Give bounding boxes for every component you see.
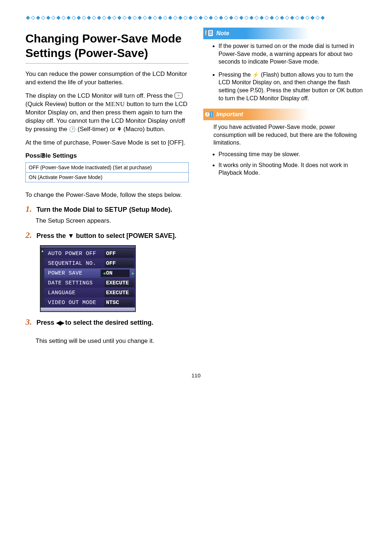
possible-settings-table: OFF (Power-Save Mode Inactivated) (Set a…	[25, 162, 189, 182]
lcd-row: DATE SETTINGS EXECUTE	[44, 278, 135, 288]
down-arrow-icon: ▼	[68, 232, 74, 239]
possible-settings-heading: 7 Possible Settings	[25, 152, 189, 159]
menu-button-label: MENU	[105, 101, 125, 108]
svg-text:!: !	[207, 112, 208, 117]
step-body: This setting will be used until you chan…	[36, 337, 189, 345]
svg-point-11	[211, 116, 212, 117]
section-number: 7	[41, 152, 45, 160]
self-timer-icon: 🕑	[69, 126, 76, 132]
note-icon: !	[204, 29, 214, 38]
important-item: Processing time may be slower.	[219, 150, 363, 158]
step-1: 1. Turn the Mode Dial to SETUP (Setup Mo…	[25, 204, 189, 225]
lcd-row: AUTO POWER OFF OFF	[44, 248, 135, 258]
note-callout: ! Note If the power is turned on or the …	[203, 28, 367, 105]
left-arrow-icon: ◀	[102, 271, 106, 276]
page-number: 110	[25, 372, 367, 378]
right-arrow-icon: ▶	[131, 271, 135, 276]
note-item: If the power is turned on or the mode di…	[219, 42, 363, 66]
left-right-arrow-icon: ◀▶	[56, 320, 64, 326]
lcd-row: SEQUENTIAL NO. OFF	[44, 258, 135, 268]
followup-paragraph: To change the Power-Save Mode, follow th…	[25, 191, 189, 199]
intro-paragraph-3: At the time of purchase, Power-Save Mode…	[25, 139, 189, 147]
step-number: 1.	[25, 204, 35, 214]
page-title: Changing Power-Save Mode Settings (Power…	[25, 31, 189, 60]
setup-mode-label: SETUP	[105, 206, 127, 213]
svg-text:!: !	[205, 30, 207, 35]
intro-paragraph-1: You can reduce the power consumption of …	[25, 70, 189, 87]
svg-point-9	[211, 113, 212, 114]
title-underline	[25, 63, 189, 64]
important-item: It works only in Shooting Mode. It does …	[219, 161, 363, 177]
left-column: Changing Power-Save Mode Settings (Power…	[25, 28, 189, 351]
lcd-row: VIDEO OUT MODE NTSC	[44, 297, 135, 307]
svg-point-10	[211, 114, 212, 115]
important-icon: !	[204, 110, 214, 119]
decorative-diamond-border	[25, 15, 367, 20]
step-title: Press ◀▶ to select the desired setting.	[36, 319, 153, 326]
note-label: Note	[216, 30, 229, 37]
lcd-row-selected: POWER SAVE ◀ON ▶	[44, 268, 135, 278]
note-item: Pressing the ⚡ (Flash) button allows you…	[219, 71, 363, 102]
step-body: The Setup Screen appears.	[36, 217, 189, 225]
settings-row: ON (Activate Power-Save Mode)	[26, 172, 189, 182]
settings-row: OFF (Power-Save Mode Inactivated) (Set a…	[26, 162, 189, 172]
important-lead: If you have activated Power-Save mode, p…	[213, 123, 363, 147]
step-number: 2.	[25, 230, 35, 240]
step-number: 3.	[25, 317, 35, 327]
step-title: Turn the Mode Dial to SETUP (Setup Mode)…	[36, 206, 172, 213]
lcd-setup-screen: ▲ AUTO POWER OFF OFF SEQUENTIAL NO. OFF …	[40, 245, 136, 312]
macro-icon: ⚘	[117, 126, 122, 132]
intro-paragraph-2: The display on the LCD Monitor will turn…	[25, 92, 189, 134]
important-callout: ! Important If you have activated Power-…	[203, 109, 367, 183]
quick-review-icon: ☞	[175, 93, 183, 98]
step-3: 3. Press ◀▶ to select the desired settin…	[25, 317, 189, 345]
scroll-up-indicator-icon: ▲	[41, 248, 44, 307]
important-label: Important	[216, 111, 243, 118]
flash-icon: ⚡	[252, 72, 259, 78]
lcd-row: LANGUAGE EXECUTE	[44, 288, 135, 297]
right-column: ! Note If the power is turned on or the …	[203, 28, 367, 351]
step-2: 2. Press the ▼ button to select [POWER S…	[25, 230, 189, 240]
step-title: Press the ▼ button to select [POWER SAVE…	[36, 232, 176, 239]
